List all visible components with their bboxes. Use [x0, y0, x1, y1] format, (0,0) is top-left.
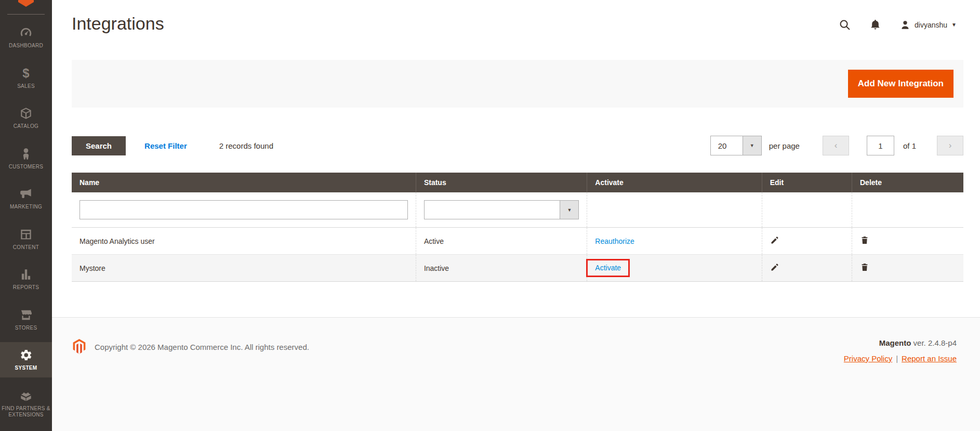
- customers-icon: [19, 147, 33, 161]
- page-title: Integrations: [72, 14, 164, 34]
- delete-trash-icon[interactable]: [860, 236, 869, 245]
- sidebar-item-system[interactable]: SYSTEM: [0, 342, 52, 377]
- svg-text:$: $: [22, 67, 29, 80]
- sidebar-menu: DASHBOARD$SALESCATALOGCUSTOMERSMARKETING…: [0, 20, 52, 429]
- magento-logo-icon: [72, 338, 87, 356]
- add-new-integration-button[interactable]: Add New Integration: [848, 70, 953, 98]
- per-page-label: per page: [769, 141, 800, 150]
- page-actions-bar: Add New Integration: [72, 60, 963, 108]
- sidebar-item-label: MARKETING: [10, 204, 42, 211]
- stores-icon: [19, 308, 33, 322]
- marketing-icon: [19, 187, 33, 201]
- name-filter-cell: [72, 192, 416, 228]
- per-page-value: 20: [711, 136, 743, 155]
- cell-status: Active: [416, 228, 587, 255]
- edit-pencil-icon[interactable]: [770, 236, 779, 245]
- pagination-controls: 20 ▼ per page ‹ of 1 ›: [710, 136, 963, 155]
- report-an-issue-link[interactable]: Report an Issue: [902, 354, 957, 363]
- column-header-status[interactable]: Status: [416, 173, 587, 192]
- table-row: MystoreInactiveActivate: [72, 255, 963, 282]
- table-row: Magento Analytics userActiveReauthorize: [72, 228, 963, 255]
- activate-link[interactable]: Activate: [595, 264, 621, 272]
- column-header-name[interactable]: Name: [72, 173, 416, 192]
- per-page-select[interactable]: 20 ▼: [710, 136, 762, 155]
- user-avatar-icon: [900, 20, 910, 30]
- footer-right: Magento ver. 2.4.8-p4 Privacy Policy|Rep…: [844, 338, 957, 363]
- status-filter-select[interactable]: ▼: [424, 200, 579, 219]
- sidebar-item-dashboard[interactable]: DASHBOARD: [0, 20, 52, 55]
- sidebar-item-marketing[interactable]: MARKETING: [0, 181, 52, 216]
- cell-status: Inactive: [416, 255, 587, 282]
- reset-filter-link[interactable]: Reset Filter: [144, 141, 187, 150]
- magento-admin-logo-icon[interactable]: [18, 0, 34, 7]
- sidebar-item-reports[interactable]: REPORTS: [0, 262, 52, 297]
- dashboard-icon: [19, 26, 33, 40]
- per-page-dropdown-arrow-icon[interactable]: ▼: [743, 136, 761, 155]
- column-header-activate[interactable]: Activate: [587, 173, 762, 192]
- previous-page-button[interactable]: ‹: [823, 136, 849, 155]
- user-menu[interactable]: divyanshu ▼: [900, 20, 957, 30]
- reports-icon: [19, 268, 33, 281]
- cell-name: Magento Analytics user: [72, 228, 416, 255]
- sidebar-item-label: SALES: [17, 83, 35, 90]
- cell-activate: Activate: [587, 255, 762, 282]
- search-icon[interactable]: [839, 19, 851, 31]
- admin-footer: Copyright © 2026 Magento Commerce Inc. A…: [52, 317, 980, 431]
- notifications-bell-icon[interactable]: [869, 19, 881, 31]
- search-button[interactable]: Search: [72, 136, 126, 155]
- grid-toolbar: Search Reset Filter 2 records found 20 ▼…: [72, 135, 963, 156]
- grid-header-row: NameStatusActivateEditDelete: [72, 173, 963, 192]
- sidebar-item-sales[interactable]: $SALES: [0, 60, 52, 96]
- reauthorize-link[interactable]: Reauthorize: [595, 237, 634, 245]
- link-separator: |: [896, 354, 898, 363]
- version-number: ver. 2.4.8-p4: [911, 338, 957, 347]
- system-icon: [19, 348, 33, 362]
- privacy-policy-link[interactable]: Privacy Policy: [844, 354, 892, 363]
- cell-edit: [762, 255, 852, 282]
- cell-activate: Reauthorize: [587, 228, 762, 255]
- sidebar-item-label: FIND PARTNERS & EXTENSIONS: [1, 406, 51, 419]
- annotation-highlight-box: Activate: [586, 259, 630, 277]
- extensions-icon: [19, 389, 33, 402]
- status-filter-dropdown-arrow-icon: ▼: [560, 201, 578, 219]
- admin-sidebar: DASHBOARD$SALESCATALOGCUSTOMERSMARKETING…: [0, 0, 52, 431]
- column-header-delete[interactable]: Delete: [852, 173, 963, 192]
- sidebar-item-find-partners-extensions[interactable]: FIND PARTNERS & EXTENSIONS: [0, 383, 52, 424]
- sales-icon: $: [19, 67, 33, 80]
- sidebar-item-label: SYSTEM: [15, 365, 37, 372]
- empty-filter-cell: [587, 192, 762, 228]
- delete-trash-icon[interactable]: [860, 263, 869, 272]
- name-filter-input[interactable]: [80, 200, 408, 219]
- chevron-down-icon: ▼: [951, 22, 957, 28]
- main-content: Integrations divyanshu ▼ Add New Integ: [52, 0, 980, 431]
- footer-links: Privacy Policy|Report an Issue: [844, 354, 957, 363]
- magento-brand-text: Magento: [879, 338, 911, 347]
- copyright-text: Copyright © 2026 Magento Commerce Inc. A…: [95, 343, 309, 351]
- cell-delete: [852, 255, 963, 282]
- edit-pencil-icon[interactable]: [770, 263, 779, 272]
- integrations-grid: NameStatusActivateEditDelete ▼: [72, 173, 963, 282]
- status-filter-cell: ▼: [416, 192, 587, 228]
- catalog-icon: [19, 107, 33, 120]
- sidebar-item-label: REPORTS: [13, 284, 39, 291]
- page-header: Integrations divyanshu ▼: [52, 0, 980, 60]
- column-header-edit[interactable]: Edit: [762, 173, 852, 192]
- cell-name: Mystore: [72, 255, 416, 282]
- version-text: Magento ver. 2.4.8-p4: [844, 338, 957, 347]
- app-root: DASHBOARD$SALESCATALOGCUSTOMERSMARKETING…: [0, 0, 980, 431]
- sidebar-item-content[interactable]: CONTENT: [0, 221, 52, 257]
- sidebar-divider: [7, 14, 45, 15]
- sidebar-item-label: DASHBOARD: [9, 43, 43, 49]
- sidebar-item-label: CUSTOMERS: [9, 164, 43, 171]
- username: divyanshu: [915, 21, 947, 29]
- sidebar-item-customers[interactable]: CUSTOMERS: [0, 141, 52, 176]
- current-page-input[interactable]: [867, 136, 894, 155]
- empty-filter-cell: [762, 192, 852, 228]
- records-found-text: 2 records found: [219, 141, 273, 150]
- sidebar-item-label: CONTENT: [13, 244, 39, 251]
- next-page-button[interactable]: ›: [937, 136, 963, 155]
- content-icon: [19, 228, 33, 241]
- sidebar-item-label: CATALOG: [14, 123, 38, 130]
- sidebar-item-catalog[interactable]: CATALOG: [0, 100, 52, 136]
- sidebar-item-stores[interactable]: STORES: [0, 302, 52, 337]
